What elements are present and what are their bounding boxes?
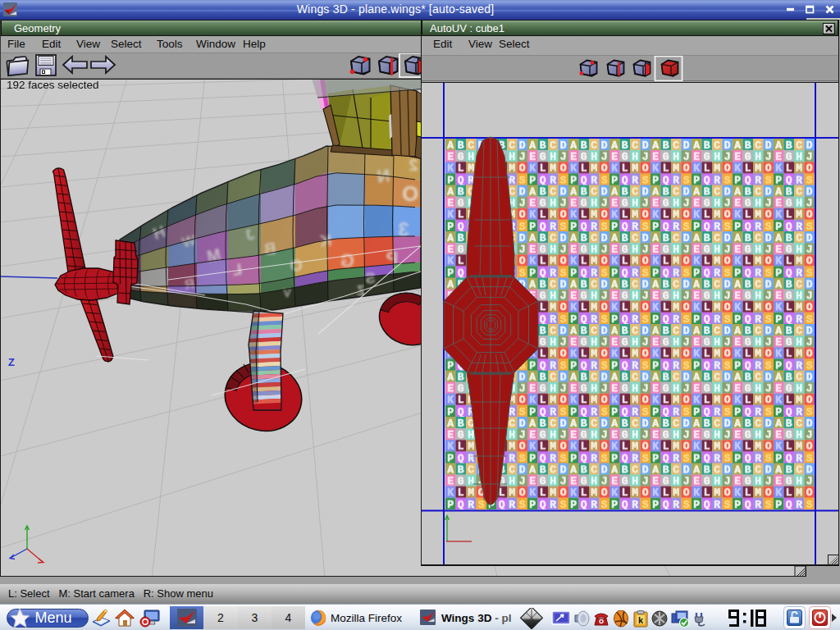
svg-text:192 faces selected: 192 faces selected (7, 79, 99, 91)
svg-text:Z: Z (8, 356, 15, 368)
svg-text:k: k (638, 615, 644, 625)
